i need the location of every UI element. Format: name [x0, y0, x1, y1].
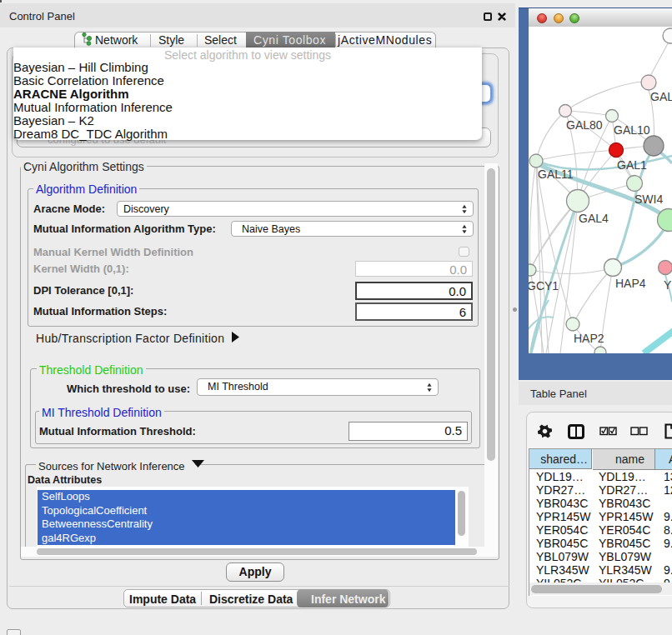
svg-text:GAL4: GAL4: [579, 212, 609, 225]
svg-text:GCY1: GCY1: [529, 279, 559, 292]
svg-text:Y: Y: [664, 278, 672, 292]
svg-text:HAP4: HAP4: [615, 277, 646, 290]
svg-text:HAP2: HAP2: [574, 332, 604, 345]
svg-text:GAL10: GAL10: [614, 123, 650, 137]
svg-text:GAL11: GAL11: [538, 168, 574, 181]
svg-text:GAL80: GAL80: [566, 118, 603, 132]
svg-text:GAL: GAL: [650, 90, 672, 103]
svg-text:GAL1: GAL1: [617, 158, 647, 172]
svg-text:SWI4: SWI4: [634, 192, 663, 206]
